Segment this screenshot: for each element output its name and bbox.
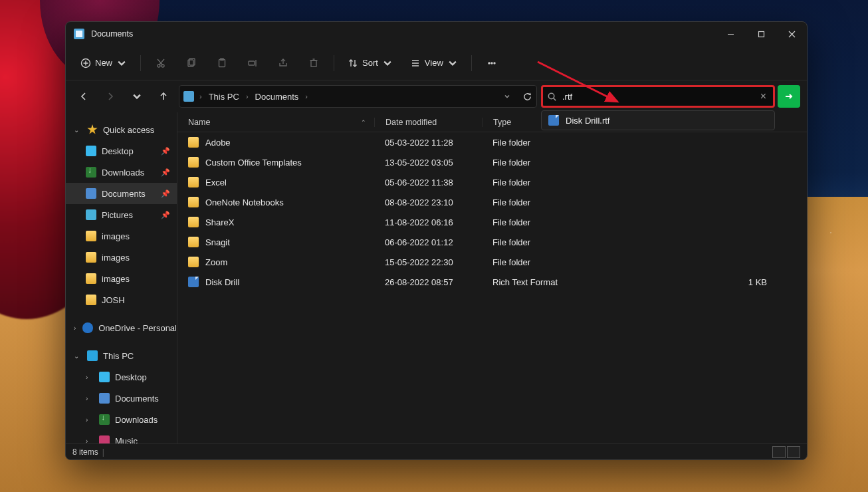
music-icon (99, 435, 110, 443)
cut-button[interactable] (148, 52, 174, 74)
sidebar-item[interactable]: ›Music (66, 430, 177, 443)
rename-button[interactable] (239, 52, 266, 74)
folder-icon (188, 177, 199, 187)
folder-icon (86, 231, 96, 241)
dl-icon (86, 167, 96, 178)
back-button[interactable] (72, 85, 95, 108)
sidebar-item[interactable]: Pictures📌 (66, 204, 177, 225)
sidebar-item[interactable]: Downloads📌 (66, 162, 177, 183)
folder-icon (74, 29, 84, 39)
minimize-button[interactable] (715, 22, 746, 46)
rtf-file-icon (188, 277, 199, 287)
file-list-pane: Name ⌃ Date modified Type Adobe05-03-202… (177, 112, 807, 443)
delete-button[interactable] (300, 52, 327, 74)
doc-icon (86, 188, 96, 199)
copy-button[interactable] (178, 52, 205, 74)
view-label: View (425, 58, 443, 68)
svg-rect-15 (249, 61, 255, 65)
explorer-window: Documents New Sort View (65, 21, 808, 460)
folder-icon (86, 295, 96, 305)
sort-label: Sort (362, 58, 378, 68)
sidebar-onedrive[interactable]: › OneDrive - Personal (66, 317, 177, 338)
close-button[interactable] (776, 22, 807, 46)
file-row[interactable]: Excel05-06-2022 11:38File folder (177, 172, 807, 192)
chevron-down-icon (382, 58, 393, 68)
chevron-right-icon: › (199, 92, 202, 100)
svg-rect-17 (311, 61, 316, 66)
chevron-right-icon: › (86, 416, 94, 424)
file-row[interactable]: ShareX11-08-2022 06:16File folder (177, 212, 807, 232)
pic-icon (86, 209, 96, 220)
sidebar-item[interactable]: ›Desktop (66, 366, 177, 388)
search-suggestion[interactable]: Disk Drill.rtf (541, 110, 775, 130)
desktop-icon (99, 372, 110, 382)
file-row[interactable]: Adobe05-03-2022 11:28File folder (177, 132, 807, 152)
status-bar: 8 items | (66, 443, 807, 459)
folder-icon (183, 91, 194, 102)
svg-line-30 (554, 98, 556, 100)
folder-icon (188, 257, 199, 267)
sidebar-item[interactable]: images (66, 225, 177, 247)
monitor-icon (87, 350, 98, 361)
sidebar-item[interactable]: JOSH (66, 289, 177, 310)
thumbnails-view-button[interactable] (787, 446, 800, 458)
sidebar-item[interactable]: Desktop📌 (66, 140, 177, 162)
nav-row: › This PC › Documents › × Disk Drill.rtf (66, 80, 807, 112)
recent-button[interactable] (126, 85, 148, 108)
file-row[interactable]: Custom Office Templates13-05-2022 03:05F… (177, 152, 807, 172)
star-icon (87, 124, 98, 135)
pin-icon: 📌 (161, 189, 170, 198)
search-box[interactable]: × (541, 85, 775, 108)
doc-icon (99, 393, 110, 404)
address-bar[interactable]: › This PC › Documents › (179, 85, 537, 108)
search-input[interactable] (562, 92, 752, 102)
sidebar: ⌄ Quick access Desktop📌Downloads📌Documen… (66, 112, 177, 443)
details-view-button[interactable] (772, 446, 786, 458)
chevron-right-icon: › (86, 437, 94, 444)
file-row[interactable]: OneNote Notebooks08-08-2022 23:10File fo… (177, 192, 807, 212)
chevron-down-icon[interactable] (504, 93, 510, 100)
sort-indicator-icon: ⌃ (361, 119, 366, 126)
paste-button[interactable] (209, 52, 235, 74)
more-button[interactable] (479, 52, 505, 74)
pin-icon: 📌 (161, 147, 170, 156)
forward-button[interactable] (99, 85, 122, 108)
window-title: Documents (91, 29, 133, 39)
new-button[interactable]: New (74, 52, 134, 74)
column-date[interactable]: Date modified (374, 118, 482, 127)
file-row[interactable]: Snagit06-06-2022 01:12File folder (177, 232, 807, 252)
svg-point-26 (491, 62, 492, 64)
dl-icon (99, 414, 110, 425)
sidebar-item[interactable]: ›Downloads (66, 409, 177, 430)
chevron-right-icon: › (86, 395, 94, 402)
chevron-down-icon (447, 58, 458, 68)
clear-search-button[interactable]: × (758, 90, 769, 102)
breadcrumb-segment[interactable]: This PC (205, 90, 243, 104)
chevron-down-icon: ⌄ (74, 352, 82, 360)
column-name[interactable]: Name ⌃ (177, 118, 374, 127)
file-row[interactable]: Disk Drill26-08-2022 08:57Rich Text Form… (177, 272, 807, 292)
view-button[interactable]: View (403, 52, 465, 74)
folder-icon (188, 197, 199, 207)
folder-icon (188, 217, 199, 227)
folder-icon (188, 137, 199, 148)
refresh-icon[interactable] (522, 92, 532, 102)
sidebar-item[interactable]: Documents📌 (66, 183, 177, 204)
folder-icon (188, 157, 199, 168)
sidebar-quick-access[interactable]: ⌄ Quick access (66, 119, 177, 140)
maximize-button[interactable] (746, 22, 776, 46)
sidebar-item[interactable]: images (66, 268, 177, 289)
sidebar-this-pc[interactable]: ⌄ This PC (66, 345, 177, 366)
search-go-button[interactable] (778, 85, 800, 108)
rtf-file-icon (548, 115, 559, 126)
file-row[interactable]: Zoom15-05-2022 22:30File folder (177, 252, 807, 272)
share-button[interactable] (270, 52, 296, 74)
sidebar-item[interactable]: ›Documents (66, 388, 177, 409)
toolbar: New Sort View (66, 46, 807, 80)
sort-button[interactable]: Sort (341, 52, 399, 74)
breadcrumb-segment[interactable]: Documents (251, 90, 303, 104)
folder-icon (188, 237, 199, 247)
sidebar-item[interactable]: images (66, 247, 177, 268)
up-button[interactable] (152, 85, 175, 108)
titlebar: Documents (66, 22, 807, 46)
